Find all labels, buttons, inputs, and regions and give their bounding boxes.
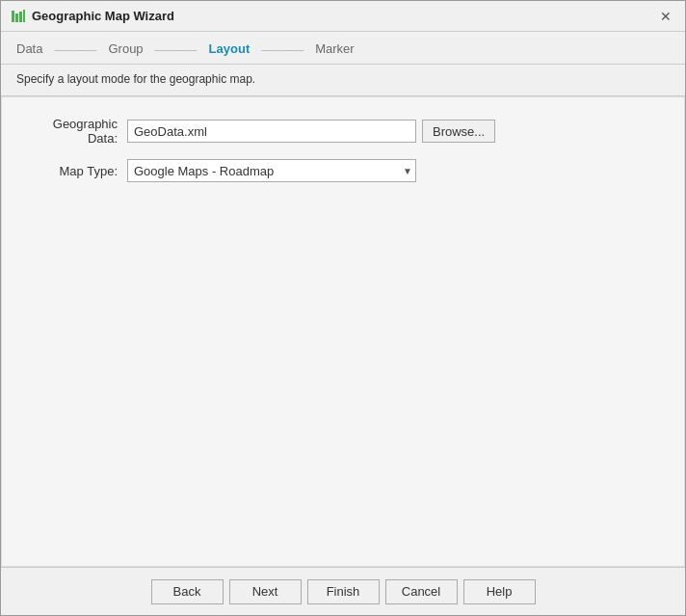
geographic-data-row: Geographic Data: Browse... — [21, 117, 665, 146]
step-marker: Marker — [315, 41, 354, 56]
svg-rect-1 — [15, 13, 18, 22]
close-button[interactable]: ✕ — [656, 7, 675, 26]
next-button[interactable]: Next — [229, 579, 302, 604]
cancel-button[interactable]: Cancel — [385, 579, 458, 604]
map-type-select[interactable]: Google Maps - Roadmap Google Maps - Sate… — [127, 159, 416, 182]
map-type-select-wrap: Google Maps - Roadmap Google Maps - Sate… — [127, 159, 416, 182]
svg-rect-3 — [23, 10, 25, 22]
title-bar-left: Geographic Map Wizard — [11, 9, 174, 24]
geographic-map-wizard-dialog: Geographic Map Wizard ✕ Data ———— Group … — [0, 0, 686, 616]
map-type-row: Map Type: Google Maps - Roadmap Google M… — [21, 159, 665, 182]
back-button[interactable]: Back — [151, 579, 224, 604]
content-area: Geographic Data: Browse... Map Type: Goo… — [1, 96, 685, 567]
dialog-title: Geographic Map Wizard — [32, 9, 174, 23]
title-bar: Geographic Map Wizard ✕ — [1, 1, 685, 32]
map-type-field: Google Maps - Roadmap Google Maps - Sate… — [127, 159, 416, 182]
geographic-data-input[interactable] — [127, 120, 416, 143]
button-bar: Back Next Finish Cancel Help — [1, 567, 685, 615]
geographic-data-label: Geographic Data: — [21, 117, 127, 146]
help-button[interactable]: Help — [463, 579, 536, 604]
step-layout: Layout — [209, 41, 251, 56]
step-group: Group — [108, 41, 143, 56]
browse-button[interactable]: Browse... — [422, 120, 495, 143]
divider-3: ———— — [261, 43, 303, 55]
finish-button[interactable]: Finish — [307, 579, 380, 604]
divider-2: ———— — [155, 43, 198, 55]
wizard-icon — [11, 9, 26, 24]
description-text: Specify a layout mode for the geographic… — [1, 65, 685, 96]
divider-1: ———— — [54, 43, 96, 55]
step-data: Data — [16, 41, 42, 56]
map-type-label: Map Type: — [21, 164, 127, 178]
svg-rect-2 — [19, 12, 22, 22]
wizard-steps: Data ———— Group ———— Layout ———— Marker — [1, 32, 685, 65]
svg-rect-0 — [12, 11, 14, 22]
geographic-data-field: Browse... — [127, 120, 495, 143]
